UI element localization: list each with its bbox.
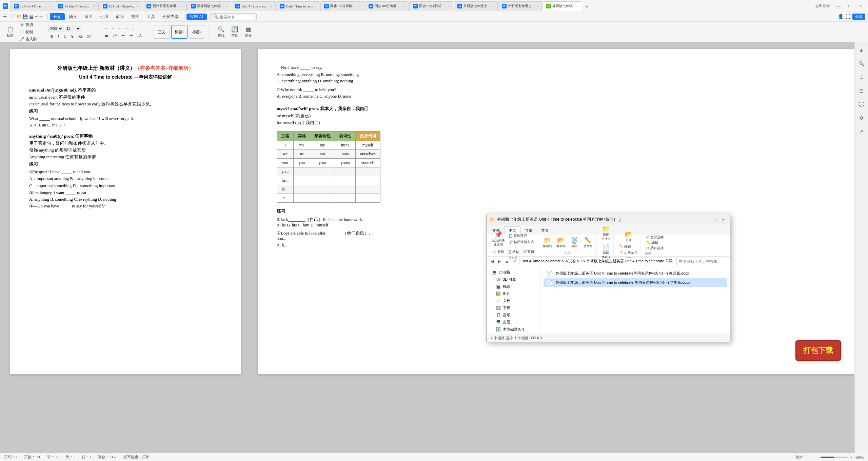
tab-11[interactable]: W外研版七年级上报英...× xyxy=(454,1,498,11)
justify-btn[interactable]: ≡ xyxy=(123,26,130,31)
tab-7[interactable]: WUnit 4 Time to celeb...× xyxy=(276,1,320,11)
fe-invert-btn[interactable]: ⊡ 反向选择 xyxy=(645,245,665,251)
fe-file-2[interactable]: 📄 外研版七年级上册英语 Unit 4 Time to celebrate 单词… xyxy=(544,278,727,287)
minimize-btn[interactable]: — xyxy=(834,2,844,10)
strikethrough-btn[interactable]: S̶ xyxy=(69,34,76,39)
maximize-btn[interactable]: □ xyxy=(845,2,854,10)
fe-file-1[interactable]: 📄 外研版七年级上册英语 Unit 4 Time to celebrate单词表… xyxy=(544,269,727,278)
fe-open-btn[interactable]: 📂 打开 xyxy=(623,230,635,243)
fe-pin-btn[interactable]: 📌 固定到快 速访问 xyxy=(491,230,506,248)
fe-minimize-btn[interactable]: — xyxy=(703,216,711,224)
login-btn[interactable]: 立即登录 xyxy=(812,3,833,8)
paste-btn[interactable]: 📋 粘贴 xyxy=(4,24,16,40)
italic-btn[interactable]: I xyxy=(56,34,61,39)
fe-close-btn[interactable]: × xyxy=(719,216,727,224)
fe-side-music[interactable]: 🎵 音乐 xyxy=(489,312,538,319)
sidebar-pages[interactable]: ☰ xyxy=(856,85,867,96)
fe-paste-btn[interactable]: 📋 粘贴 xyxy=(506,249,520,255)
fe-tab-view[interactable]: 查看 xyxy=(537,226,553,235)
fe-side-video[interactable]: 🎬 视频 xyxy=(489,283,538,290)
indent-increase-btn[interactable]: ⇥ xyxy=(127,33,135,38)
copy-btn[interactable]: 📄 复制 xyxy=(18,29,39,35)
fe-side-pictures[interactable]: 🖼️ 图片 xyxy=(489,290,538,297)
sidebar-nav-up[interactable]: ▲ xyxy=(856,45,867,56)
share-btn[interactable]: 分享 xyxy=(852,14,865,20)
zoom-slider[interactable] xyxy=(821,457,848,458)
fe-search-input[interactable] xyxy=(676,258,727,265)
tab-6[interactable]: WUnit 4 Time to celeb...× xyxy=(232,1,276,11)
fe-maximize-btn[interactable]: □ xyxy=(711,216,719,224)
fe-rename-btn[interactable]: ✏️ 重命名 xyxy=(582,236,594,249)
font-size-select[interactable]: 12 xyxy=(65,25,81,32)
fe-back-btn[interactable]: ◀ xyxy=(489,258,495,264)
fe-side-3d[interactable]: 🎲 3D 对象 xyxy=(489,276,538,283)
menu-start[interactable]: 开始 xyxy=(50,13,65,20)
fe-delete-btn[interactable]: 🗑️ 删除 xyxy=(568,236,580,249)
zoom-out-btn[interactable]: - xyxy=(816,455,818,459)
line-spacing-btn[interactable]: ↕ xyxy=(130,26,136,31)
style-normal[interactable]: 正文 xyxy=(154,25,170,39)
align-left-btn[interactable]: ≡ xyxy=(103,26,109,31)
bold-btn[interactable]: B xyxy=(48,34,55,39)
format-painter-btn[interactable]: 🖌️ 格式刷 xyxy=(18,36,39,42)
download-btn[interactable]: 打包下载 xyxy=(795,340,841,361)
fe-side-docs[interactable]: 📄 文档 xyxy=(489,297,538,304)
save-icon[interactable]: 💾 xyxy=(23,14,28,19)
fe-cut-btn[interactable]: ✂️ 剪切 xyxy=(521,249,536,255)
menu-view[interactable]: 视图 xyxy=(128,13,143,20)
fe-history-btn[interactable]: 🕐 历史记录 xyxy=(618,250,639,255)
fullscreen-icon[interactable]: ⛶ xyxy=(846,14,850,20)
menu-vip[interactable]: 会员专享 xyxy=(159,13,182,20)
tab-3[interactable]: W15.Unit 4 Time to...× xyxy=(99,1,142,11)
fe-refresh-btn[interactable]: ↻ xyxy=(512,258,518,264)
tab-5[interactable]: W新外研版七年级上册...× xyxy=(187,1,231,11)
superscript-btn[interactable]: X² xyxy=(85,34,93,39)
fe-side-desktop[interactable]: 🖥️ 桌面 xyxy=(489,319,538,326)
search-input[interactable] xyxy=(220,15,254,19)
align-center-btn[interactable]: ≡ xyxy=(110,26,116,31)
menu-wps-ai[interactable]: WPS AI xyxy=(186,14,207,20)
undo-icon[interactable]: ↩ xyxy=(35,14,38,19)
indent-decrease-btn[interactable]: ⇤ xyxy=(120,33,127,38)
fe-select-all-btn[interactable]: ☑ 全部选择 xyxy=(645,235,665,240)
tab-1[interactable]: W13.Unit 4 Time to ce× xyxy=(10,1,54,11)
fe-up-btn[interactable]: ▲ xyxy=(504,258,510,264)
left-panel[interactable]: ⋮⋮ 外研版七年级上册 新教材（讲义）（有参考答案+详细解析） Unit 4 T… xyxy=(0,42,251,453)
tab-12[interactable]: W外研版七年级上册英...× xyxy=(498,1,542,11)
style-heading2[interactable]: 标题2 xyxy=(189,25,205,39)
sidebar-settings2[interactable]: ⚙ xyxy=(856,113,867,123)
fe-move-btn[interactable]: 📁 移动到 xyxy=(541,236,553,249)
menu-tools[interactable]: 工具 xyxy=(143,13,158,20)
right-panel[interactable]: —No. I have _____ to say. A. something; … xyxy=(251,42,868,453)
print-icon[interactable]: 🖨️ xyxy=(29,14,34,19)
sidebar-zoom-in[interactable]: 🔍 xyxy=(856,58,867,69)
replace-btn[interactable]: 🔄 替换 xyxy=(229,24,241,40)
fe-edit2-btn[interactable]: ✏️ 编辑 xyxy=(645,240,665,245)
font-family-select[interactable]: 宋体 xyxy=(48,25,63,32)
search-box[interactable]: 🔍 xyxy=(210,13,257,20)
find-btn[interactable]: 🔍 查找 xyxy=(215,24,227,40)
sidebar-thumbnail[interactable]: □ xyxy=(856,72,867,83)
menu-insert[interactable]: 插入 xyxy=(65,13,80,20)
fe-copy-to-btn[interactable]: 📂 复制到 xyxy=(555,236,567,249)
tab-13[interactable]: W外研版七年级...× xyxy=(542,1,582,11)
fe-paste-shortcut-btn[interactable]: 🔗 粘贴快捷方式 xyxy=(507,239,535,245)
fe-copy-btn[interactable]: 📋 复制路径 xyxy=(507,233,535,239)
underline-btn[interactable]: U xyxy=(62,34,68,39)
app-menu-icon[interactable]: ☰ xyxy=(3,14,7,20)
file-explorer[interactable]: 📁 外研版七年级上册英语 Unit 4 Time to celebrate 单词… xyxy=(486,214,730,342)
select-btn[interactable]: ▦ 选择 xyxy=(242,24,254,40)
menu-page[interactable]: 页面 xyxy=(81,13,96,20)
fe-side-d[interactable]: 💽 工作室(D:) xyxy=(489,333,538,334)
sidebar-comments[interactable]: 💬 xyxy=(856,99,867,110)
numbered-list-btn[interactable]: 1≡ xyxy=(111,33,119,38)
new-tab-button[interactable]: + xyxy=(583,3,591,11)
tab-4[interactable]: W新外研版七年级上册...× xyxy=(143,1,187,11)
bullet-list-btn[interactable]: ☰ xyxy=(103,33,110,38)
fe-copy2-btn[interactable]: 📄 复制 xyxy=(491,249,505,255)
redo-icon[interactable]: ↪ xyxy=(39,14,43,19)
fe-forward-btn[interactable]: ▶ xyxy=(496,258,502,264)
tab-9[interactable]: W同步100分筹数Unit4× xyxy=(365,1,409,11)
style-heading1[interactable]: 标题1 xyxy=(171,25,188,39)
menu-ref[interactable]: 引用 xyxy=(97,13,112,20)
